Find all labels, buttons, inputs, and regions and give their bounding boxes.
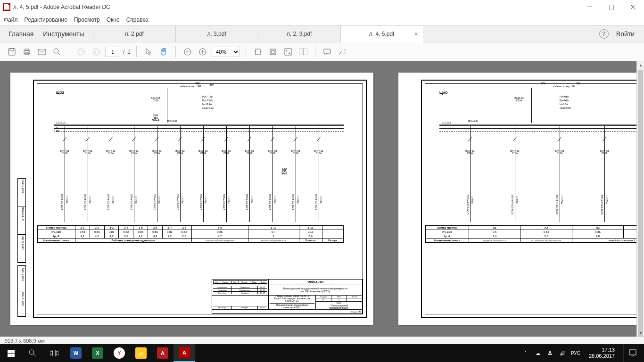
pointer-tool-icon[interactable] <box>142 46 155 58</box>
page-dimensions: 913,7 x 608,9 мм <box>5 338 45 344</box>
svg-rect-24 <box>272 50 274 53</box>
window-title: л. 4, 5.pdf - Adobe Acrobat Reader DC <box>13 4 579 10</box>
app-autocad[interactable]: A <box>152 344 173 362</box>
start-button[interactable] <box>0 344 22 362</box>
scroll-down-icon[interactable]: ▼ <box>637 329 644 337</box>
svg-line-41 <box>468 137 472 141</box>
menu-edit[interactable]: Редактирование <box>25 16 67 23</box>
search-icon[interactable] <box>51 46 63 58</box>
page-separator: / <box>123 49 124 55</box>
separator <box>246 46 246 58</box>
fullscreen-icon[interactable] <box>282 46 294 58</box>
svg-line-40 <box>317 137 321 141</box>
title-block: ИзмКол.уч.Лист№ док.Подп.Дата 1590-1-ЭО … <box>212 279 363 314</box>
clock[interactable]: 17:13 28.06.2017 <box>585 347 619 359</box>
app-word[interactable]: W <box>65 344 87 362</box>
tray-chevron-icon[interactable]: ˄ <box>522 349 529 357</box>
tray-network-icon[interactable]: 🖧 <box>546 349 554 357</box>
svg-rect-49 <box>50 351 52 355</box>
drawing-frame-2: 2РУ кабель см. черт. ЭМ ЗП1 ЩАО ВА47-63 … <box>421 80 636 318</box>
svg-line-31 <box>109 137 113 141</box>
svg-rect-5 <box>10 49 14 51</box>
close-tab-icon[interactable]: × <box>414 30 418 38</box>
close-button[interactable] <box>622 0 644 14</box>
svg-line-28 <box>344 49 346 51</box>
comment-icon[interactable] <box>321 46 333 58</box>
app-explorer[interactable]: 📁 <box>130 344 152 362</box>
email-icon[interactable] <box>36 46 48 58</box>
menu-view[interactable]: Просмотр <box>74 16 100 23</box>
print-icon[interactable] <box>21 46 33 58</box>
menu-help[interactable]: Справка <box>126 16 149 23</box>
maximize-button[interactable] <box>601 0 622 14</box>
menu-window[interactable]: Окно <box>107 16 120 23</box>
svg-rect-52 <box>629 350 636 355</box>
svg-rect-50 <box>53 350 56 356</box>
svg-line-39 <box>294 137 297 141</box>
svg-rect-7 <box>25 49 29 50</box>
taskbar: W X Y 📁 A A ˄ ☁ 🖧 🔊 РУС 17:13 28.06.2017 <box>0 344 644 362</box>
titlebar: л. 4, 5.pdf - Adobe Acrobat Reader DC <box>0 0 644 14</box>
fit-width-icon[interactable] <box>252 46 264 58</box>
page-total: 1 <box>127 49 131 55</box>
search-taskbar-icon[interactable] <box>22 344 43 362</box>
svg-point-10 <box>54 49 58 53</box>
login-button[interactable]: Войти <box>616 30 635 38</box>
side-stamp-2: Подп. и датаИнв.№ дубл. <box>17 265 26 317</box>
svg-line-44 <box>603 137 606 141</box>
drawing-frame: ЗП5 кабель по черт. ЭМ 2РУ ЩОЗ ВА47-63 С… <box>33 80 367 318</box>
doc-tab-2[interactable]: л. 3.pdf <box>175 26 258 42</box>
tab-home[interactable]: Главная <box>8 30 33 38</box>
page-number-input[interactable] <box>105 47 120 57</box>
zoom-in-icon[interactable] <box>197 46 209 58</box>
notifications-icon[interactable] <box>623 344 641 362</box>
tab-tools[interactable]: Инструменты <box>43 30 84 38</box>
taskview-icon[interactable] <box>43 344 65 362</box>
pdf-page-2: 2РУ кабель см. черт. ЭМ ЗП1 ЩАО ВА47-63 … <box>398 73 636 325</box>
fit-page-icon[interactable] <box>267 46 279 58</box>
scroll-up-icon[interactable]: ▲ <box>637 61 644 69</box>
svg-line-48 <box>33 354 36 356</box>
svg-marker-14 <box>146 49 151 55</box>
separator <box>175 46 176 58</box>
svg-line-37 <box>248 137 251 141</box>
minimize-button[interactable] <box>579 0 601 14</box>
svg-line-36 <box>224 137 228 141</box>
save-icon[interactable] <box>6 46 18 58</box>
doc-tab-3[interactable]: л. 2, 3.pdf <box>258 26 340 42</box>
help-icon[interactable]: ? <box>599 29 609 39</box>
page-up-icon[interactable] <box>75 46 87 58</box>
svg-point-12 <box>78 49 84 55</box>
svg-rect-4 <box>8 49 15 55</box>
doc-tab-1[interactable]: л. 2.pdf <box>93 26 175 42</box>
document-viewport[interactable]: ЗП5 кабель по черт. ЭМ 2РУ ЩОЗ ВА47-63 С… <box>0 61 636 337</box>
tray-volume-icon[interactable]: 🔊 <box>559 349 566 357</box>
svg-rect-1 <box>609 5 614 9</box>
sign-icon[interactable] <box>336 46 348 58</box>
app-yandex[interactable]: Y <box>108 344 130 362</box>
zoom-out-icon[interactable] <box>182 46 194 58</box>
hand-tool-icon[interactable] <box>157 46 170 58</box>
doc-tab-4[interactable]: л. 4, 5.pdf× <box>340 26 423 42</box>
statusbar: 913,7 x 608,9 мм <box>0 337 644 344</box>
svg-line-29 <box>63 137 66 141</box>
zoom-select[interactable]: 40% <box>212 47 240 57</box>
separator <box>136 46 137 58</box>
tray-onedrive-icon[interactable]: ☁ <box>534 349 542 357</box>
app-excel[interactable]: X <box>87 344 108 362</box>
vertical-scrollbar[interactable]: ▲ ▼ <box>636 61 644 337</box>
pdf-page-1: ЗП5 кабель по черт. ЭМ 2РУ ЩОЗ ВА47-63 С… <box>10 73 373 325</box>
tray-language[interactable]: РУС <box>571 351 580 356</box>
toolbar: / 1 40% <box>0 42 644 61</box>
app-acrobat[interactable]: A <box>173 344 195 362</box>
svg-rect-20 <box>256 49 260 55</box>
svg-rect-23 <box>270 49 276 55</box>
menu-file[interactable]: Файл <box>4 16 18 23</box>
svg-line-30 <box>86 137 90 141</box>
svg-line-42 <box>513 137 517 141</box>
read-mode-icon[interactable] <box>297 46 309 58</box>
svg-line-32 <box>132 137 136 141</box>
svg-point-47 <box>29 350 34 354</box>
page-down-icon[interactable] <box>90 46 102 58</box>
svg-line-35 <box>201 137 205 141</box>
